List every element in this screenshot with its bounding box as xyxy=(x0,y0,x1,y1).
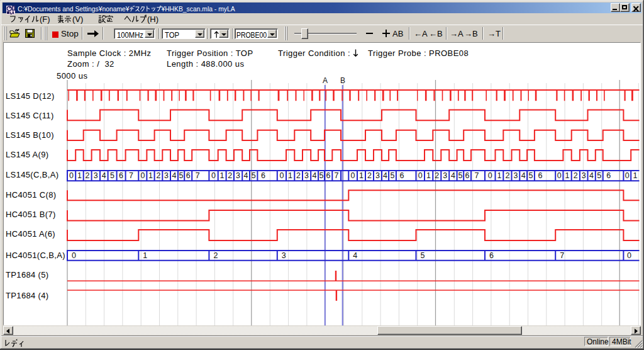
svg-text:5: 5 xyxy=(529,171,533,180)
svg-text:0: 0 xyxy=(279,171,284,180)
svg-text:1: 1 xyxy=(426,171,431,180)
svg-text:2: 2 xyxy=(213,251,218,260)
svg-text:3: 3 xyxy=(375,171,380,180)
svg-text:4: 4 xyxy=(353,251,357,260)
svg-text:1: 1 xyxy=(77,171,82,180)
svg-text:1: 1 xyxy=(565,171,570,180)
svg-text:3: 3 xyxy=(304,171,309,180)
svg-text:0: 0 xyxy=(625,171,630,180)
svg-text:3: 3 xyxy=(236,171,240,180)
svg-text:4: 4 xyxy=(172,171,177,180)
svg-text:5: 5 xyxy=(179,171,184,180)
svg-text:2: 2 xyxy=(296,171,301,180)
svg-text:1: 1 xyxy=(633,171,637,180)
svg-text:7: 7 xyxy=(560,251,564,260)
svg-text:6: 6 xyxy=(326,171,331,180)
svg-text:5: 5 xyxy=(597,171,601,180)
svg-text:2: 2 xyxy=(505,171,509,180)
svg-text:6: 6 xyxy=(119,171,123,180)
svg-text:B: B xyxy=(340,76,345,85)
svg-text:A: A xyxy=(323,76,328,85)
svg-text:5: 5 xyxy=(391,171,395,180)
svg-text:4: 4 xyxy=(589,171,594,180)
svg-text:2: 2 xyxy=(228,171,232,180)
svg-text:0: 0 xyxy=(140,171,145,180)
svg-text:6: 6 xyxy=(399,171,404,180)
svg-text:3: 3 xyxy=(443,171,447,180)
svg-text:1: 1 xyxy=(288,171,292,180)
svg-text:3: 3 xyxy=(94,171,98,180)
svg-text:0: 0 xyxy=(211,171,216,180)
svg-text:2: 2 xyxy=(574,171,578,180)
svg-text:7: 7 xyxy=(129,171,133,180)
svg-text:4: 4 xyxy=(102,171,106,180)
svg-text:7: 7 xyxy=(335,171,339,180)
svg-text:1: 1 xyxy=(359,171,364,180)
svg-text:3: 3 xyxy=(282,251,286,260)
svg-text:6: 6 xyxy=(489,251,494,260)
svg-text:0: 0 xyxy=(351,171,355,180)
svg-text:0: 0 xyxy=(69,171,74,180)
svg-text:5: 5 xyxy=(458,171,462,180)
svg-text:5: 5 xyxy=(110,171,114,180)
svg-text:5: 5 xyxy=(421,251,425,260)
svg-text:0: 0 xyxy=(627,251,631,260)
svg-text:0: 0 xyxy=(488,171,492,180)
svg-text:1: 1 xyxy=(148,171,153,180)
svg-text:1: 1 xyxy=(497,171,501,180)
svg-text:6: 6 xyxy=(186,171,191,180)
svg-text:4: 4 xyxy=(244,171,248,180)
svg-text:0: 0 xyxy=(72,251,76,260)
svg-text:6: 6 xyxy=(606,171,611,180)
svg-text:6: 6 xyxy=(465,171,470,180)
svg-text:6: 6 xyxy=(261,171,265,180)
svg-text:4: 4 xyxy=(383,171,387,180)
svg-text:4: 4 xyxy=(451,171,455,180)
svg-text:3: 3 xyxy=(582,171,586,180)
svg-text:4: 4 xyxy=(313,171,317,180)
svg-text:7: 7 xyxy=(196,171,200,180)
svg-text:0: 0 xyxy=(557,171,562,180)
svg-text:6: 6 xyxy=(538,171,542,180)
svg-text:1: 1 xyxy=(143,251,147,260)
svg-text:0: 0 xyxy=(418,171,423,180)
svg-text:5: 5 xyxy=(319,171,324,180)
svg-text:7: 7 xyxy=(475,171,479,180)
svg-text:5: 5 xyxy=(252,171,256,180)
svg-text:3: 3 xyxy=(164,171,169,180)
svg-text:2: 2 xyxy=(156,171,160,180)
svg-text:3: 3 xyxy=(513,171,518,180)
svg-text:4: 4 xyxy=(521,171,526,180)
svg-text:1: 1 xyxy=(220,171,225,180)
svg-text:2: 2 xyxy=(86,171,90,180)
svg-text:2: 2 xyxy=(435,171,439,180)
svg-text:2: 2 xyxy=(367,171,372,180)
